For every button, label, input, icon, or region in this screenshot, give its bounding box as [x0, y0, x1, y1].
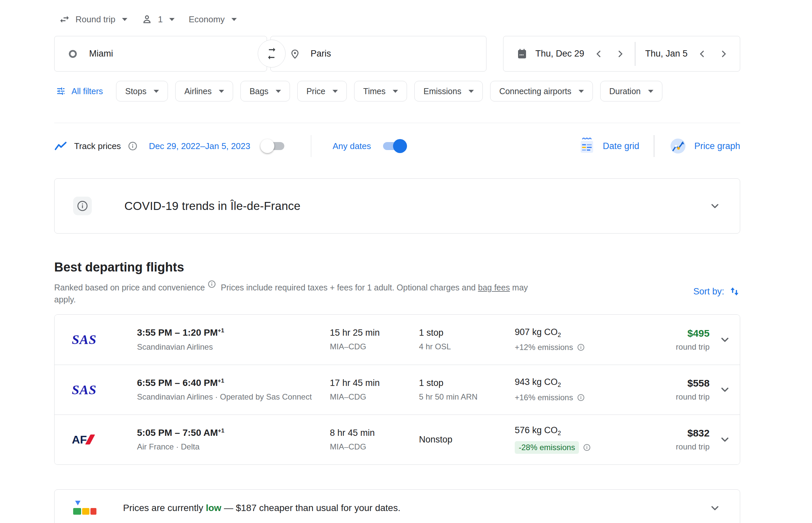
- info-icon[interactable]: [577, 394, 585, 401]
- origin-input[interactable]: Miami: [54, 36, 267, 72]
- sort-by-button[interactable]: Sort by:: [693, 286, 740, 297]
- trip-type-label: Round trip: [75, 14, 115, 24]
- chip-label: Airlines: [184, 87, 211, 96]
- destination-input[interactable]: Paris: [270, 36, 487, 72]
- emissions-delta: +16% emissions: [515, 393, 573, 402]
- chip-label: Duration: [609, 87, 641, 96]
- origin-circle-icon: [68, 49, 78, 59]
- caret-down-icon: [393, 90, 398, 93]
- trending-line-icon: [54, 140, 68, 152]
- flight-times: 3:55 PM – 1:20 PM+1: [137, 327, 330, 338]
- flight-times: 6:55 PM – 6:40 PM+1: [137, 378, 330, 388]
- caret-down-icon: [333, 90, 338, 93]
- filter-chip-connecting-airports[interactable]: Connecting airports: [490, 81, 593, 102]
- swap-vert-icon: [729, 286, 740, 297]
- price-insight-banner[interactable]: Prices are currently low — $187 cheaper …: [54, 489, 740, 523]
- next-return-date-icon[interactable]: [719, 49, 729, 59]
- section-divider: [54, 123, 740, 123]
- chip-label: Bags: [249, 87, 268, 96]
- passengers-dropdown[interactable]: 1: [137, 11, 179, 28]
- return-date-value: Thu, Jan 5: [645, 49, 688, 59]
- airline-name: Scandinavian Airlines · Operated by Sas …: [137, 392, 330, 401]
- flight-price: $558: [640, 378, 710, 389]
- next-departure-date-icon[interactable]: [615, 49, 625, 59]
- date-grid-button[interactable]: Date grid: [578, 138, 639, 155]
- expand-flight-icon[interactable]: [719, 433, 731, 446]
- filter-chip-airlines[interactable]: Airlines: [175, 81, 233, 102]
- results-title: Best departing flights: [54, 260, 740, 274]
- info-icon[interactable]: [583, 444, 591, 451]
- all-filters-button[interactable]: All filters: [54, 86, 109, 96]
- info-icon[interactable]: [207, 280, 216, 288]
- cabin-class-label: Economy: [189, 14, 224, 24]
- track-prices-toggle[interactable]: [262, 141, 284, 151]
- specific-dates-option[interactable]: Dec 29, 2022–Jan 5, 2023: [149, 141, 250, 151]
- flight-duration: 17 hr 45 min: [330, 378, 419, 388]
- prev-departure-date-icon[interactable]: [594, 49, 604, 59]
- bag-fees-link[interactable]: bag fees: [478, 283, 510, 292]
- expand-flight-icon[interactable]: [719, 383, 731, 396]
- fees-note: Prices include required taxes + fees for…: [221, 283, 478, 292]
- price-insight-text: Prices are currently low — $187 cheaper …: [123, 503, 400, 513]
- flight-route: MIA–CDG: [330, 392, 419, 401]
- price-note: round trip: [640, 342, 710, 351]
- info-icon: [73, 197, 92, 215]
- divider: [654, 135, 655, 157]
- price-graph-button[interactable]: Price graph: [669, 137, 740, 155]
- price-level-low: low: [206, 503, 222, 513]
- filter-chip-price[interactable]: Price: [297, 81, 347, 102]
- flight-stops: Nonstop: [419, 434, 515, 445]
- caret-down-icon: [169, 18, 174, 21]
- swap-horiz-icon: [59, 14, 70, 25]
- caret-down-icon: [154, 90, 159, 93]
- chevron-down-icon[interactable]: [709, 200, 721, 212]
- price-level-icon: [73, 501, 97, 515]
- emissions-badge: -28% emissions: [515, 441, 579, 454]
- info-icon[interactable]: [577, 343, 585, 351]
- filter-chip-bags[interactable]: Bags: [240, 81, 290, 102]
- track-prices-bar: Track prices Dec 29, 2022–Jan 5, 2023 An…: [54, 134, 740, 158]
- all-filters-label: All filters: [72, 87, 103, 96]
- tune-icon: [56, 86, 66, 96]
- airline-name: Scandinavian Airlines: [137, 342, 330, 351]
- departure-date[interactable]: Thu, Dec 29: [516, 48, 584, 60]
- search-fields: Miami Paris Thu, Dec 29: [54, 36, 740, 72]
- filter-chip-emissions[interactable]: Emissions: [414, 81, 483, 102]
- flight-row-sas-495[interactable]: SAS 3:55 PM – 1:20 PM+1 Scandinavian Air…: [55, 315, 740, 365]
- chip-label: Stops: [125, 87, 146, 96]
- any-dates-option[interactable]: Any dates: [333, 141, 371, 151]
- results-subtext: Ranked based on price and conveniencePri…: [54, 280, 550, 306]
- flight-duration: 8 hr 45 min: [330, 428, 419, 438]
- caret-down-icon: [579, 90, 584, 93]
- flight-route: MIA–CDG: [330, 342, 419, 351]
- caret-down-icon: [648, 90, 654, 93]
- filter-chip-duration[interactable]: Duration: [600, 81, 662, 102]
- chevron-down-icon[interactable]: [709, 502, 721, 515]
- info-icon[interactable]: [128, 141, 138, 151]
- chip-label: Emissions: [423, 87, 461, 96]
- cabin-class-dropdown[interactable]: Economy: [184, 12, 241, 27]
- caret-down-icon: [122, 18, 127, 21]
- expand-flight-icon[interactable]: [719, 333, 731, 346]
- prev-return-date-icon[interactable]: [697, 49, 707, 59]
- any-dates-toggle[interactable]: [383, 141, 405, 151]
- flight-price: $832: [640, 428, 710, 439]
- stop-detail: 4 hr OSL: [419, 342, 515, 351]
- co2-amount: 907 kg CO2: [515, 327, 640, 339]
- flight-row-airfrance-832[interactable]: AF 5:05 PM – 7:50 AM+1 Air France · Delt…: [55, 415, 740, 465]
- caret-down-icon: [231, 18, 237, 21]
- caret-down-icon: [276, 90, 281, 93]
- ranked-note: Ranked based on price and convenience: [54, 283, 205, 292]
- covid-banner-title: COVID-19 trends in Île-de-France: [124, 199, 301, 213]
- swap-origin-destination-button[interactable]: [258, 40, 286, 68]
- airline-logo-sas: SAS: [72, 332, 137, 347]
- stop-detail: 5 hr 50 min ARN: [419, 392, 515, 401]
- covid-trends-banner[interactable]: COVID-19 trends in Île-de-France: [54, 178, 740, 234]
- return-date[interactable]: Thu, Jan 5: [645, 49, 688, 59]
- caret-down-icon: [469, 90, 474, 93]
- filter-chip-stops[interactable]: Stops: [116, 81, 168, 102]
- flight-row-sas-558[interactable]: SAS 6:55 PM – 6:40 PM+1 Scandinavian Air…: [55, 365, 740, 415]
- filter-chip-times[interactable]: Times: [354, 81, 407, 102]
- trip-type-dropdown[interactable]: Round trip: [54, 11, 132, 28]
- date-divider: [635, 42, 636, 66]
